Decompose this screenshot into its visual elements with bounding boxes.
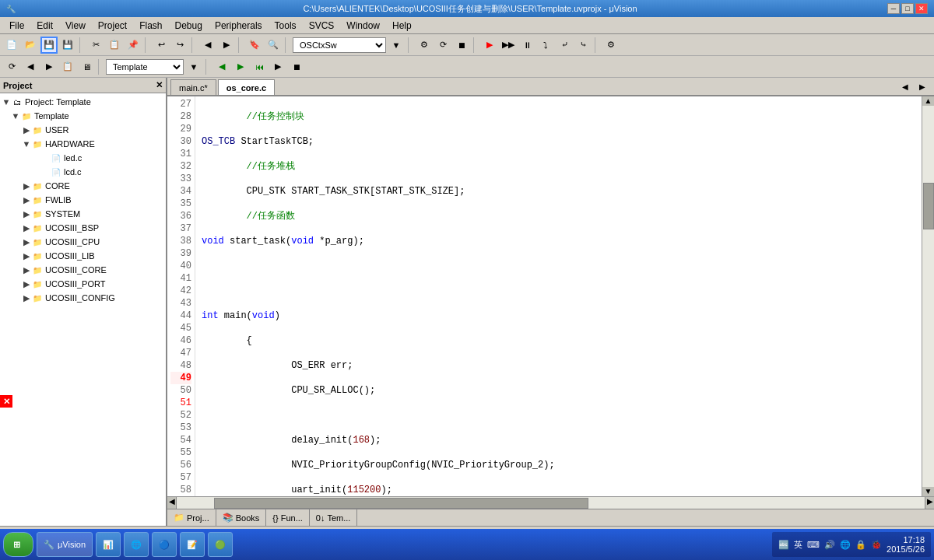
- tb2-btn6[interactable]: ▶: [269, 58, 286, 75]
- menu-peripherals[interactable]: Peripherals: [209, 19, 269, 33]
- target-select[interactable]: OSCtxSw: [293, 37, 386, 53]
- tree-fwlib[interactable]: ▶ 📁 FWLIB: [0, 193, 166, 207]
- tree-ucosiii-lib[interactable]: ▶ 📁 UCOSIII_LIB: [0, 249, 166, 263]
- tab-scroll-left[interactable]: ◀: [897, 78, 914, 95]
- nav-next-button[interactable]: ▶: [218, 37, 235, 54]
- new-file-button[interactable]: 📄: [3, 37, 20, 54]
- project-close-icon[interactable]: ✕: [156, 80, 163, 90]
- bookmark-button[interactable]: 🔖: [246, 37, 263, 54]
- scroll-thumb[interactable]: [923, 183, 934, 229]
- tb2-green-btn3[interactable]: ⏮: [251, 58, 268, 75]
- user-expand-icon: ▶: [22, 125, 31, 135]
- step-over-button[interactable]: ⤶: [556, 37, 573, 54]
- menu-debug[interactable]: Debug: [169, 19, 209, 33]
- taskbar-app3[interactable]: 🌐: [124, 532, 149, 557]
- editor-scrollbar[interactable]: ▲ ▼: [922, 96, 934, 496]
- run-button[interactable]: ▶▶: [500, 37, 517, 54]
- save-all-button[interactable]: 💾: [59, 37, 76, 54]
- taskbar-powerpoint[interactable]: 📊: [96, 532, 121, 557]
- tree-lcdc[interactable]: ▶ 📄 lcd.c: [0, 165, 166, 179]
- redo-button[interactable]: ↪: [171, 37, 188, 54]
- stop-debug-button[interactable]: ⏸: [518, 37, 535, 54]
- code-content[interactable]: //任务控制块 OS_TCB StartTaskTCB; //任务堆栈 CPU_…: [195, 96, 922, 496]
- scroll-right-button[interactable]: ▶: [925, 497, 934, 509]
- menu-help[interactable]: Help: [386, 19, 418, 33]
- tree-hardware[interactable]: ▼ 📁 HARDWARE: [0, 137, 166, 151]
- menu-svcs[interactable]: SVCS: [303, 19, 341, 33]
- bottom-tab-functions[interactable]: {} Fun...: [266, 509, 309, 527]
- rebuild-button[interactable]: ⟳: [434, 37, 451, 54]
- settings-button[interactable]: ⚙: [602, 37, 620, 54]
- bottom-tab-project[interactable]: 📁 Proj...: [167, 509, 216, 527]
- title-controls[interactable]: ─ □ ✕: [887, 3, 928, 14]
- tree-core[interactable]: ▶ 📁 CORE: [0, 179, 166, 193]
- tb2-green-btn2[interactable]: ▶: [232, 58, 249, 75]
- nav-prev-button[interactable]: ◀: [199, 37, 216, 54]
- scroll-left-button[interactable]: ◀: [167, 497, 177, 509]
- step-into-button[interactable]: ⤵: [537, 37, 554, 54]
- open-file-button[interactable]: 📂: [22, 37, 39, 54]
- maximize-button[interactable]: □: [901, 3, 914, 14]
- tree-user[interactable]: ▶ 📁 USER: [0, 123, 166, 137]
- menu-window[interactable]: Window: [340, 19, 386, 33]
- start-button[interactable]: ⊞: [3, 532, 33, 557]
- tab-oscorec[interactable]: os_core.c: [218, 79, 275, 95]
- tree-ucosiii-cpu-label: UCOSIII_CPU: [45, 237, 100, 247]
- tb2-btn1[interactable]: ⟳: [3, 58, 20, 75]
- stop-button[interactable]: ⏹: [453, 37, 470, 54]
- minimize-button[interactable]: ─: [887, 3, 900, 14]
- tab-mainc[interactable]: main.c*: [170, 79, 216, 95]
- menu-file[interactable]: File: [3, 19, 30, 33]
- copy-button[interactable]: 📋: [106, 37, 123, 54]
- tree-system[interactable]: ▶ 📁 SYSTEM: [0, 207, 166, 221]
- h-scrollbar[interactable]: ◀ ▶: [167, 496, 934, 509]
- tree-ledc[interactable]: ▶ 📄 led.c: [0, 151, 166, 165]
- taskbar-app5[interactable]: 📝: [180, 532, 205, 557]
- menu-view[interactable]: View: [59, 19, 92, 33]
- template-options-button[interactable]: ▼: [185, 58, 202, 75]
- tree-ucosiii-cpu[interactable]: ▶ 📁 UCOSIII_CPU: [0, 235, 166, 249]
- tree-root[interactable]: ▼ 🗂 Project: Template: [0, 95, 166, 109]
- scroll-up-button[interactable]: ▲: [922, 96, 934, 106]
- debug-button[interactable]: ▶: [481, 37, 498, 54]
- tree-ucosiii-bsp[interactable]: ▶ 📁 UCOSIII_BSP: [0, 221, 166, 235]
- template-select[interactable]: Template: [106, 59, 184, 75]
- tb2-green-btn1[interactable]: ◀: [213, 58, 230, 75]
- tray-icon2: 英: [794, 539, 802, 551]
- undo-button[interactable]: ↩: [153, 37, 170, 54]
- system-clock[interactable]: 17:18 2015/5/26: [887, 535, 925, 554]
- find-button[interactable]: 🔍: [265, 37, 282, 54]
- code-line-40: delay_init(168);: [202, 434, 915, 446]
- tab-bar: main.c* os_core.c ◀ ▶: [167, 78, 934, 96]
- bottom-tab-templates[interactable]: 0↓ Tem...: [310, 509, 358, 527]
- code-editor[interactable]: 27 28 29 30 31 32 33 34 35 36 37 38 39 4…: [167, 96, 934, 496]
- template-expand-icon: ▼: [11, 111, 20, 121]
- taskbar-app4[interactable]: 🔵: [152, 532, 177, 557]
- target-options-button[interactable]: ▼: [388, 37, 405, 54]
- taskbar-app6[interactable]: 🟢: [208, 532, 233, 557]
- tree-ucosiii-config[interactable]: ▶ 📁 UCOSIII_CONFIG: [0, 291, 166, 305]
- cut-button[interactable]: ✂: [87, 37, 104, 54]
- tree-template[interactable]: ▼ 📁 Template: [0, 109, 166, 123]
- tb2-btn4[interactable]: 📋: [59, 58, 76, 75]
- tb2-btn7[interactable]: ⏹: [288, 58, 305, 75]
- bottom-tab-books[interactable]: 📚 Books: [216, 509, 267, 527]
- h-scroll-thumb[interactable]: [214, 498, 588, 509]
- tb2-btn3[interactable]: ▶: [40, 58, 58, 75]
- menu-flash[interactable]: Flash: [133, 19, 168, 33]
- close-button[interactable]: ✕: [915, 3, 928, 14]
- menu-tools[interactable]: Tools: [269, 19, 303, 33]
- scroll-down-button[interactable]: ▼: [922, 487, 934, 496]
- step-out-button[interactable]: ⤷: [574, 37, 592, 54]
- taskbar-uvision[interactable]: 🔧 μVision: [37, 532, 93, 557]
- save-button[interactable]: 💾: [40, 37, 58, 54]
- tb2-btn5[interactable]: 🖥: [78, 58, 95, 75]
- paste-button[interactable]: 📌: [125, 37, 142, 54]
- build-button[interactable]: ⚙: [416, 37, 433, 54]
- tab-scroll-right[interactable]: ▶: [914, 78, 931, 95]
- tree-ucosiii-core[interactable]: ▶ 📁 UCOSIII_CORE: [0, 263, 166, 277]
- menu-project[interactable]: Project: [92, 19, 133, 33]
- tree-ucosiii-port[interactable]: ▶ 📁 UCOSIII_PORT: [0, 277, 166, 291]
- tb2-btn2[interactable]: ◀: [22, 58, 39, 75]
- menu-edit[interactable]: Edit: [30, 19, 59, 33]
